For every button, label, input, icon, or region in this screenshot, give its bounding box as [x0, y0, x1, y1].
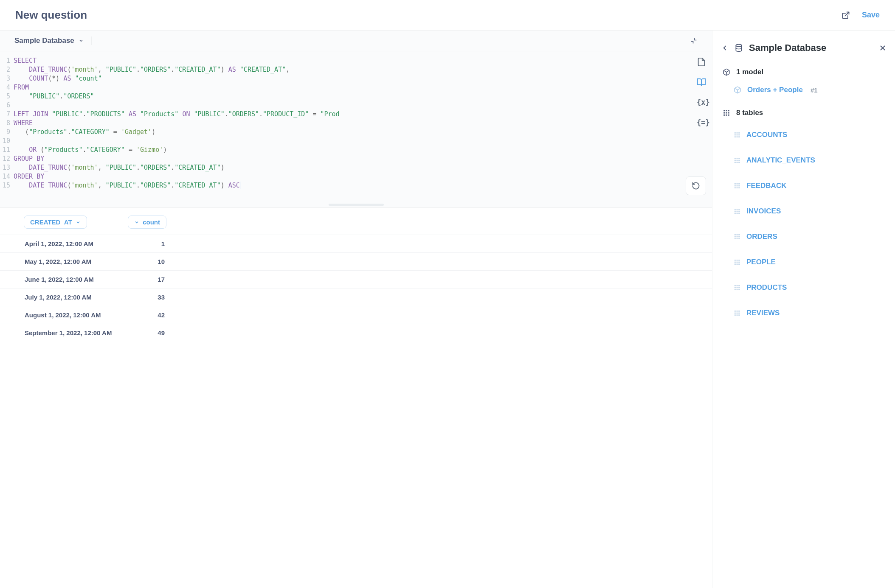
editor-toolbar: {x} {=}: [697, 57, 706, 128]
svg-rect-22: [738, 136, 740, 137]
chevron-left-icon: [721, 44, 729, 52]
column-header-count[interactable]: count: [128, 216, 166, 229]
back-button[interactable]: [721, 44, 729, 52]
results-header: CREATED_AT count: [0, 208, 712, 235]
resize-handle[interactable]: [0, 202, 712, 208]
table-icon: [734, 208, 740, 215]
table-item[interactable]: ORDERS: [721, 224, 887, 249]
results-rows: April 1, 2022, 12:00 AM1May 1, 2022, 12:…: [0, 235, 712, 342]
chevron-down-icon: [76, 220, 81, 225]
svg-rect-17: [735, 134, 736, 136]
svg-rect-37: [738, 185, 740, 187]
svg-rect-7: [728, 110, 729, 111]
model-item[interactable]: Orders + People#1: [721, 81, 887, 98]
table-row[interactable]: July 1, 2022, 12:00 AM33: [0, 288, 712, 306]
svg-rect-42: [737, 209, 738, 210]
svg-rect-16: [738, 132, 740, 134]
table-icon: [734, 310, 740, 316]
svg-rect-51: [737, 234, 738, 235]
table-row[interactable]: May 1, 2022, 12:00 AM10: [0, 252, 712, 270]
svg-rect-23: [735, 158, 736, 159]
svg-rect-55: [738, 236, 740, 238]
sql-editor[interactable]: 123456789101112131415 SELECT DATE_TRUNC(…: [0, 51, 712, 202]
svg-rect-76: [738, 289, 740, 290]
svg-rect-68: [735, 285, 736, 286]
table-row[interactable]: June 1, 2022, 12:00 AM17: [0, 270, 712, 288]
svg-rect-54: [737, 236, 738, 238]
results-table: CREATED_AT count April 1, 2022, 12:00 AM…: [0, 208, 712, 588]
svg-rect-11: [723, 115, 725, 116]
table-icon: [734, 182, 740, 189]
svg-rect-52: [738, 234, 740, 235]
tables-section-label: 8 tables: [721, 106, 887, 122]
table-icon: [734, 157, 740, 164]
table-row[interactable]: April 1, 2022, 12:00 AM1: [0, 235, 712, 252]
svg-rect-8: [723, 112, 725, 114]
page-header: New question Save: [0, 0, 895, 30]
database-icon: [735, 44, 743, 52]
column-header-created-at[interactable]: CREATED_AT: [24, 216, 87, 229]
close-icon: [879, 44, 887, 52]
svg-rect-32: [735, 183, 736, 185]
table-item[interactable]: INVOICES: [721, 199, 887, 224]
svg-rect-20: [735, 136, 736, 137]
svg-rect-43: [738, 209, 740, 210]
chevron-down-icon: [134, 220, 139, 225]
code-area[interactable]: SELECT DATE_TRUNC('month', "PUBLIC"."ORD…: [12, 51, 712, 202]
schema-browser: Sample Database 1 model Orders + People#…: [712, 31, 895, 588]
variables-icon[interactable]: {x}: [697, 98, 706, 107]
table-item[interactable]: PRODUCTS: [721, 275, 887, 300]
save-button[interactable]: Save: [862, 11, 880, 20]
svg-rect-24: [737, 158, 738, 159]
collapse-editor-icon[interactable]: [690, 37, 698, 45]
cube-icon: [723, 68, 730, 76]
svg-rect-31: [738, 162, 740, 163]
svg-rect-41: [735, 209, 736, 210]
table-item[interactable]: ACCOUNTS: [721, 122, 887, 148]
run-query-button[interactable]: [686, 176, 706, 195]
svg-rect-39: [737, 187, 738, 188]
table-item[interactable]: ANALYTIC_EVENTS: [721, 148, 887, 173]
svg-rect-71: [735, 287, 736, 288]
snippets-icon[interactable]: {=}: [697, 118, 706, 128]
table-item[interactable]: PEOPLE: [721, 249, 887, 275]
svg-rect-18: [737, 134, 738, 136]
table-row[interactable]: September 1, 2022, 12:00 AM49: [0, 324, 712, 342]
svg-rect-79: [738, 311, 740, 312]
svg-rect-77: [735, 311, 736, 312]
svg-rect-12: [726, 115, 727, 116]
svg-rect-40: [738, 187, 740, 188]
svg-rect-66: [737, 263, 738, 265]
svg-rect-63: [737, 262, 738, 263]
svg-rect-46: [738, 211, 740, 212]
cube-icon: [734, 86, 741, 94]
database-selector[interactable]: Sample Database: [14, 36, 92, 45]
popout-icon[interactable]: [842, 11, 850, 20]
svg-rect-65: [735, 263, 736, 265]
svg-rect-53: [735, 236, 736, 238]
line-gutter: 123456789101112131415: [0, 51, 12, 202]
svg-rect-14: [735, 132, 736, 134]
svg-rect-60: [737, 260, 738, 261]
table-item[interactable]: REVIEWS: [721, 300, 887, 326]
svg-rect-84: [737, 314, 738, 316]
table-item[interactable]: FEEDBACK: [721, 173, 887, 199]
svg-rect-44: [735, 211, 736, 212]
book-icon[interactable]: [697, 78, 706, 87]
svg-rect-50: [735, 234, 736, 235]
svg-rect-61: [738, 260, 740, 261]
svg-rect-64: [738, 262, 740, 263]
browser-title: Sample Database: [749, 42, 826, 53]
svg-point-0: [736, 45, 741, 47]
table-row[interactable]: August 1, 2022, 12:00 AM42: [0, 306, 712, 324]
editor-pane: Sample Database 123456789101112131415 SE…: [0, 31, 712, 588]
svg-rect-34: [738, 183, 740, 185]
table-icon: [734, 259, 740, 266]
svg-rect-62: [735, 262, 736, 263]
svg-rect-73: [738, 287, 740, 288]
data-reference-icon[interactable]: [697, 57, 706, 67]
svg-rect-59: [735, 260, 736, 261]
close-panel-button[interactable]: [879, 44, 887, 52]
svg-rect-29: [735, 162, 736, 163]
svg-rect-57: [737, 238, 738, 239]
